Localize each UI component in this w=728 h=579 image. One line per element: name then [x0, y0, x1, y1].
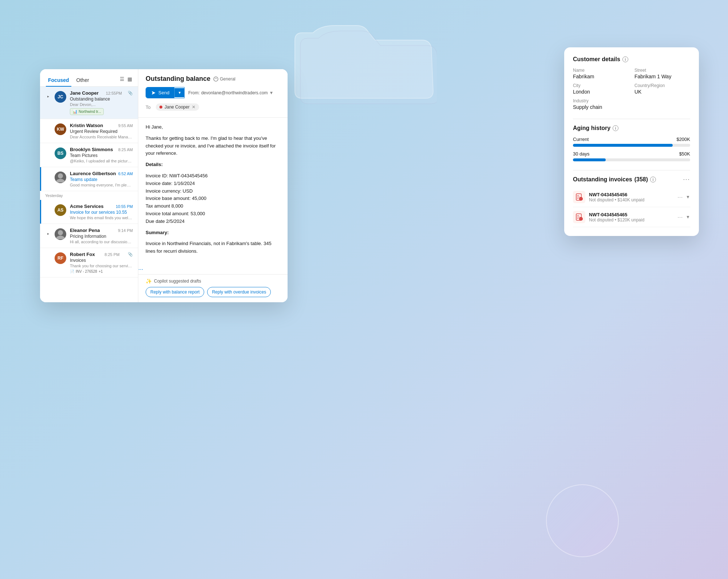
email-item-acme[interactable]: AS Acme Services 10:55 PM Invoice for ou… [40, 200, 138, 224]
detail-line-3: Invoice currency: USD [146, 188, 280, 195]
svg-text:!: ! [581, 198, 581, 200]
invoice-actions-1: ··· ▼ [677, 194, 690, 200]
email-title: Outstanding balance [146, 75, 210, 83]
summary-text: Invoice in Northwind Financials, not in … [146, 240, 280, 255]
preview-jane: Dear Devon,... [70, 102, 133, 107]
detail-line-6: Invoice total amount: 53,000 [146, 210, 280, 218]
email-title-row: Outstanding balance General [146, 75, 280, 83]
tab-other[interactable]: Other [74, 74, 91, 87]
tab-icons: ☰ ▦ [120, 76, 132, 85]
invoice-row-1[interactable]: ! NWT-0434545456 Not disputed • $140K un… [573, 187, 690, 207]
subject-acme: Invoice for our services 10.55 [70, 210, 133, 215]
invoice-chevron-1[interactable]: ▼ [686, 194, 690, 200]
invoice-info-1: NWT-0434545456 Not disputed • $140K unpa… [589, 192, 674, 202]
days30-value: $50K [679, 151, 690, 157]
svg-point-0 [58, 173, 63, 178]
remove-recipient-icon[interactable]: ✕ [192, 105, 195, 110]
sort-icon[interactable]: ▦ [127, 76, 132, 82]
from-email: devonlane@northwindtraders.com [201, 90, 268, 95]
customer-info-icon[interactable]: i [622, 56, 628, 62]
email-item-robert[interactable]: RF Robert Fox 8:25 PM 📎 Invoices Thank y… [40, 248, 138, 277]
email-tabs: Focused Other ☰ ▦ [40, 69, 138, 87]
time-eleanor: 9:14 PM [118, 228, 133, 233]
email-list-items: ▸ JC Jane Cooper 12:55PM 📎 Outstanding b… [40, 87, 138, 302]
copilot-icon: ✨ [146, 278, 152, 284]
sender-jane: Jane Cooper [70, 90, 99, 96]
recipient-dot [159, 106, 162, 109]
city-field: City London [573, 83, 629, 98]
invoice-chevron-2[interactable]: ▼ [686, 214, 690, 220]
recipient-name: Jane Cooper [165, 105, 190, 110]
city-label: City [573, 83, 629, 88]
name-label: Name [573, 68, 629, 73]
from-bar: From: devonlane@northwindtraders.com ▼ [188, 90, 273, 95]
divider-2 [573, 170, 690, 170]
tab-focused[interactable]: Focused [46, 74, 71, 87]
city-value: London [573, 89, 629, 95]
invoice-more-btn-1[interactable]: ··· [677, 194, 683, 200]
svg-rect-4 [577, 195, 579, 196]
invoice-id-1: NWT-0434545456 [589, 192, 674, 197]
avatar-jane: JC [55, 91, 66, 103]
customer-panel: Customer details i Name Fabrikam Street … [564, 47, 699, 236]
avatar-eleanor [55, 228, 66, 240]
send-dropdown-btn[interactable]: ▼ [174, 88, 184, 97]
expand-eleanor[interactable]: ▸ [45, 231, 51, 236]
invoice-icon-1: ! [573, 191, 585, 203]
subject-robert: Invoices [70, 258, 133, 263]
send-button-main[interactable]: Send [146, 87, 174, 98]
expand-jane[interactable]: ▸ [45, 93, 51, 99]
email-body: Hi Jane, Thanks for getting back to me. … [138, 118, 288, 262]
industry-field: Industry Supply chain [573, 98, 690, 110]
subject-eleanor: Pricing Information [70, 234, 133, 239]
body-greeting: Hi Jane, [146, 123, 280, 131]
email-item-kristin[interactable]: KW Kristin Watson 9:55 AM Urgent Review … [40, 119, 138, 143]
subject-jane: Outstanding balance [70, 96, 133, 102]
filter-icon[interactable]: ☰ [120, 76, 124, 82]
sender-acme: Acme Services [70, 204, 104, 209]
paperclip-icon-jane: 📎 [128, 91, 133, 95]
email-item-brooklyn[interactable]: BS Brooklyn Simmons 8:25 AM Team Picture… [40, 143, 138, 167]
avatar-kristin: KW [55, 123, 66, 135]
svg-rect-10 [577, 215, 579, 216]
street-field: Street Fabrikam 1 Way [634, 68, 690, 83]
email-item-jane-cooper[interactable]: ▸ JC Jane Cooper 12:55PM 📎 Outstanding b… [40, 87, 138, 119]
svg-point-2 [214, 77, 218, 81]
send-button-group[interactable]: Send ▼ [146, 87, 185, 98]
svg-rect-5 [577, 197, 580, 197]
bottom-ring-decoration [546, 484, 619, 557]
invoice-id-2: NWT-0434545465 [589, 212, 674, 217]
avatar-acme: AS [55, 204, 66, 216]
copilot-section: ✨ Copilot suggested drafts Reply with ba… [138, 274, 288, 302]
name-field: Name Fabrikam [573, 68, 629, 83]
customer-details-section: Customer details i Name Fabrikam Street … [573, 56, 690, 110]
detail-line-4: Invoice base amount: 45,000 [146, 195, 280, 202]
paperclip-robert: 📎 [128, 252, 133, 257]
to-label: To [146, 105, 153, 110]
btn-balance-report[interactable]: Reply with balance report [146, 287, 204, 297]
aging-history-title: Aging history i [573, 125, 690, 131]
aging-info-icon[interactable]: i [613, 125, 618, 131]
email-item-eleanor[interactable]: ▸ Eleanor Pena 9:14 PM Pricing Informati… [40, 224, 138, 248]
btn-overdue-invoices[interactable]: Reply with overdue invoices [207, 287, 271, 297]
details-heading: Details: [146, 162, 163, 167]
inv-attachment-robert: 📄 INV - 276528 +1 [70, 269, 133, 273]
aging-30days-bar: 30 days $50K [573, 151, 690, 161]
customer-detail-grid: Name Fabrikam Street Fabrikam 1 Way City… [573, 68, 690, 98]
invoices-info-icon[interactable]: i [650, 177, 656, 182]
svg-point-1 [58, 230, 63, 235]
invoice-row-2[interactable]: ! NWT-0434545465 Not disputed • $120K un… [573, 207, 690, 227]
invoice-more-btn-2[interactable]: ··· [677, 214, 683, 220]
preview-brooklyn: @Keiko, I uploaded all the pictures fr..… [70, 159, 133, 163]
recipient-tag[interactable]: Jane Cooper ✕ [156, 103, 199, 111]
general-badge: General [213, 76, 236, 82]
detail-line-1: Invoice ID: NWT-0434545456 [146, 172, 280, 180]
invoices-header: Outstanding invoices (358) i ··· [573, 176, 690, 183]
sender-brooklyn: Brooklyn Simmons [70, 147, 113, 152]
sender-robert: Robert Fox [70, 252, 95, 257]
email-item-laurence[interactable]: Laurence Gilbertson 6:52 AM Teams update… [40, 167, 138, 191]
customer-details-title: Customer details i [573, 56, 690, 63]
invoices-more-btn[interactable]: ··· [683, 176, 690, 183]
invoices-title: Outstanding invoices (358) i [573, 176, 656, 183]
invoice-status-1: Not disputed • $140K unpaid [589, 197, 674, 202]
